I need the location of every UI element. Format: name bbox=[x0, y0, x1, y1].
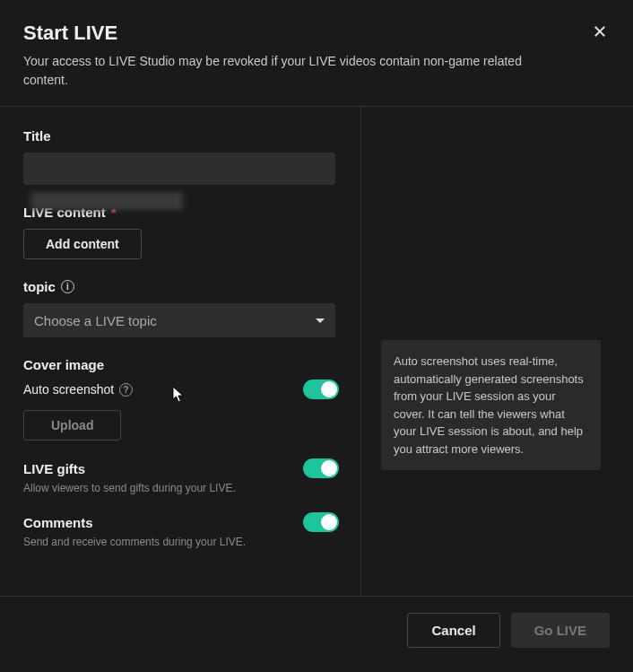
comments-desc: Send and receive comments during your LI… bbox=[23, 536, 339, 548]
live-gifts-label: LIVE gifts bbox=[23, 461, 85, 476]
upload-button[interactable]: Upload bbox=[23, 410, 121, 441]
live-gifts-desc: Allow viewers to send gifts during your … bbox=[23, 482, 339, 494]
title-label: Title bbox=[23, 128, 339, 144]
close-icon bbox=[592, 23, 608, 39]
cancel-button[interactable]: Cancel bbox=[407, 613, 499, 648]
topic-select[interactable]: Choose a LIVE topic bbox=[23, 303, 335, 337]
comments-label: Comments bbox=[23, 515, 93, 530]
comments-toggle[interactable] bbox=[303, 512, 339, 532]
auto-screenshot-tooltip: Auto screenshot uses real-time, automati… bbox=[381, 340, 601, 470]
info-icon[interactable]: i bbox=[61, 280, 74, 293]
live-gifts-toggle[interactable] bbox=[303, 458, 339, 478]
topic-label: topic i bbox=[23, 279, 339, 294]
auto-screenshot-label: Auto screenshot ? bbox=[23, 382, 133, 397]
modal-title: Start LIVE bbox=[23, 22, 610, 45]
close-button[interactable] bbox=[592, 23, 610, 41]
cover-image-label: Cover image bbox=[23, 357, 339, 372]
topic-placeholder: Choose a LIVE topic bbox=[34, 313, 157, 328]
add-content-button[interactable]: Add content bbox=[23, 229, 142, 259]
help-icon[interactable]: ? bbox=[119, 383, 133, 397]
title-redacted bbox=[30, 192, 183, 210]
modal-subtitle: Your access to LIVE Studio may be revoke… bbox=[23, 52, 543, 90]
chevron-down-icon bbox=[316, 319, 325, 323]
auto-screenshot-toggle[interactable] bbox=[303, 380, 339, 399]
go-live-button[interactable]: Go LIVE bbox=[511, 613, 610, 648]
title-input[interactable] bbox=[23, 153, 335, 185]
